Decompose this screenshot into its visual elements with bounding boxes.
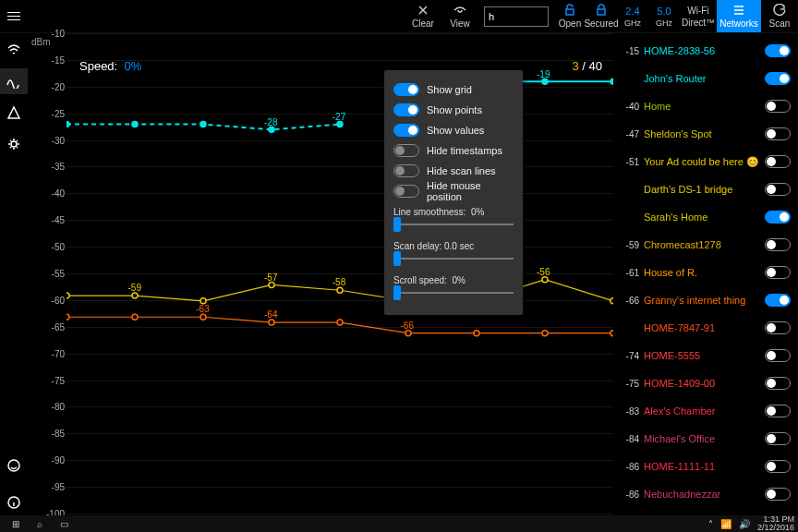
network-rssi: -15 <box>619 46 639 56</box>
svg-point-7 <box>66 122 69 127</box>
network-row[interactable]: -15HOME-2838-56 <box>613 37 798 65</box>
toggle-hide-scanlines[interactable] <box>393 164 419 177</box>
band-24-unit: GHz <box>624 18 641 28</box>
clock[interactable]: 1:31 PM 2/12/2016 <box>757 515 794 532</box>
tray-volume-icon[interactable]: 🔊 <box>739 519 750 529</box>
secured-filter[interactable]: Secured <box>586 0 617 32</box>
network-toggle[interactable] <box>765 321 791 334</box>
network-row[interactable]: -74HOME-5555 <box>613 342 798 369</box>
lock-icon <box>595 4 608 17</box>
network-row[interactable]: Sarah's Home <box>613 203 798 231</box>
network-row[interactable]: -51Your Ad could be here 😊 <box>613 148 798 175</box>
band-50[interactable]: 5.0 GHz <box>648 0 680 32</box>
task-view[interactable]: ▭ <box>52 519 76 529</box>
sidebar-settings[interactable] <box>0 131 28 157</box>
network-toggle[interactable] <box>765 72 791 85</box>
network-toggle[interactable] <box>765 266 791 279</box>
network-name: HOME-5555 <box>644 350 760 361</box>
network-list[interactable]: -15HOME-2838-56John's Router-40Home-47Sh… <box>613 33 798 515</box>
slider-delay[interactable] <box>393 251 514 266</box>
toggle-hide-mouse[interactable] <box>393 185 419 198</box>
sidebar-analyze[interactable] <box>0 100 28 126</box>
network-name: Sheldon's Spot <box>644 128 760 139</box>
toggle-hide-timestamps[interactable] <box>393 144 419 157</box>
network-toggle[interactable] <box>765 377 791 390</box>
svg-point-20 <box>611 298 613 304</box>
sidebar-timegraph[interactable] <box>0 68 28 94</box>
network-toggle[interactable] <box>765 488 791 501</box>
svg-point-6 <box>611 79 613 84</box>
network-toggle[interactable] <box>765 238 791 251</box>
y-tick: -10 <box>52 29 65 39</box>
sidebar-info[interactable] <box>0 490 28 515</box>
network-row[interactable]: -40Home <box>613 92 798 120</box>
tray-wifi-icon[interactable]: 📶 <box>720 519 732 529</box>
search-container <box>478 0 554 32</box>
network-toggle[interactable] <box>765 183 791 196</box>
network-toggle[interactable] <box>765 127 791 140</box>
network-row[interactable]: HOME-7847-91 <box>613 314 798 342</box>
network-toggle[interactable] <box>765 405 791 417</box>
svg-point-29 <box>611 331 613 336</box>
wifi-icon <box>6 42 21 57</box>
network-name: Your Ad could be here 😊 <box>644 156 760 168</box>
toggle-show-points[interactable] <box>393 103 419 116</box>
network-row[interactable]: -47Sheldon's Spot <box>613 120 798 148</box>
search-input[interactable] <box>484 6 549 27</box>
sidebar-feedback[interactable] <box>0 453 28 478</box>
svg-point-28 <box>542 331 548 336</box>
network-row[interactable]: -75HOME-1409-00 <box>613 369 798 397</box>
clear-button[interactable]: Clear <box>405 0 441 32</box>
scan-button[interactable]: Scan <box>761 0 798 32</box>
network-row[interactable]: -84Michael's Office <box>613 425 798 453</box>
taskbar-search[interactable]: ⌕ <box>28 519 52 529</box>
network-row[interactable]: -61House of R. <box>613 259 798 286</box>
network-rssi: -51 <box>619 157 639 167</box>
networks-tab[interactable]: Networks <box>717 0 761 32</box>
toggle-show-grid[interactable] <box>393 83 419 96</box>
label-show-grid: Show grid <box>427 84 514 95</box>
slider-smoothness[interactable] <box>393 217 514 232</box>
toggle-show-values[interactable] <box>393 124 419 137</box>
network-toggle[interactable] <box>765 432 791 445</box>
network-toggle[interactable] <box>765 211 791 224</box>
network-toggle[interactable] <box>765 460 791 473</box>
sidebar-signal[interactable] <box>0 37 28 63</box>
network-row[interactable]: -59Chromecast1278 <box>613 231 798 259</box>
y-tick: -75 <box>52 375 65 385</box>
open-label: Open <box>559 18 581 29</box>
network-row[interactable]: -66Granny's internet thing <box>613 286 798 314</box>
network-toggle[interactable] <box>765 100 791 113</box>
network-toggle[interactable] <box>765 294 791 307</box>
network-row[interactable]: Darth's DS-1 bridge <box>613 175 798 203</box>
y-tick: -50 <box>52 242 65 252</box>
network-row[interactable]: John's Router <box>613 65 798 92</box>
smooth-label: Line smoothness: <box>393 207 466 217</box>
label-hide-mouse: Hide mouse position <box>427 180 514 202</box>
wave-icon <box>6 74 21 89</box>
network-row[interactable]: -83Alex's Chamber <box>613 397 798 425</box>
menu-icon[interactable] <box>0 0 28 32</box>
wifi-direct[interactable]: Wi-Fi Direct™ <box>680 0 717 32</box>
y-tick: -60 <box>52 295 65 305</box>
slider-scroll[interactable] <box>393 285 514 300</box>
y-tick: -40 <box>52 188 65 199</box>
open-filter[interactable]: Open <box>554 0 586 32</box>
y-tick: -65 <box>52 321 65 332</box>
network-row[interactable]: -86HOME-1111-11 <box>613 453 798 480</box>
view-button[interactable]: View <box>441 0 478 32</box>
band-50-unit: GHz <box>656 18 672 28</box>
network-toggle[interactable] <box>765 44 791 57</box>
band-24[interactable]: 2.4 GHz <box>617 0 648 32</box>
network-row[interactable]: -86Nebuchadnezzar <box>613 480 798 508</box>
network-rssi: -47 <box>619 129 639 139</box>
svg-point-21 <box>66 314 69 320</box>
network-rssi: -75 <box>619 379 639 389</box>
data-label: -19 <box>537 69 550 79</box>
network-toggle[interactable] <box>765 349 791 362</box>
clear-label: Clear <box>412 18 434 29</box>
secured-label: Secured <box>584 18 618 29</box>
tray-up-icon[interactable]: ˄ <box>708 519 713 529</box>
start-button[interactable]: ⊞ <box>4 519 28 529</box>
network-toggle[interactable] <box>765 155 791 168</box>
